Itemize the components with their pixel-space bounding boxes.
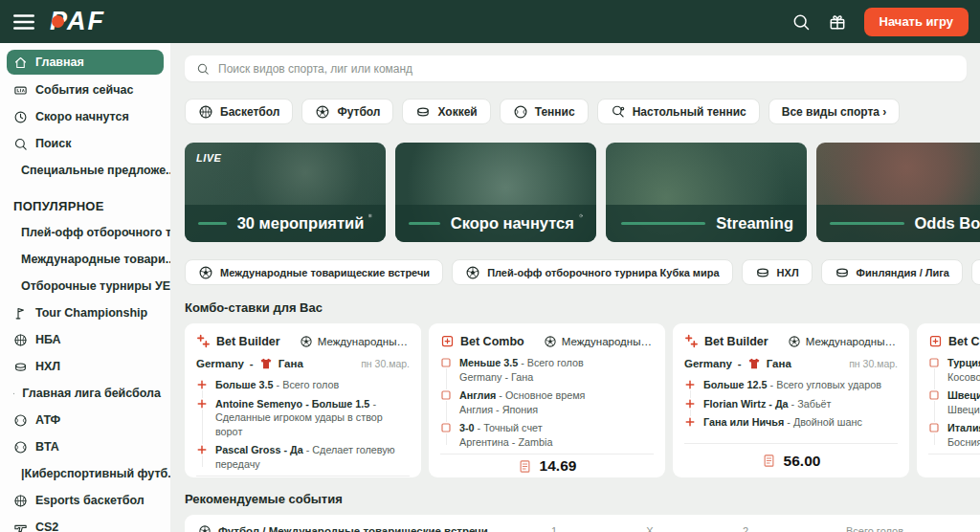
league-label: Международные товари...: [806, 336, 898, 347]
sidebar-item[interactable]: Международные товари...: [0, 246, 170, 273]
chip-label: Баскетбол: [220, 105, 279, 119]
bet-leg: Гана или Ничья - Двойной шанс: [684, 415, 898, 430]
tennis-icon: [13, 440, 28, 454]
sport-chip[interactable]: Настольный теннис: [597, 99, 760, 124]
combo-bet-card[interactable]: Bet BuilderМеждународные товари... Germa…: [185, 323, 421, 477]
chip-label: Настольный теннис: [633, 105, 746, 119]
hockey-icon: [415, 104, 431, 120]
football-icon: [198, 265, 213, 280]
combo-bet-card[interactable]: Bet BuilderМеждународные товари... Germa…: [673, 323, 909, 477]
league-chip-row: Международные товарищеские встречиПлей-о…: [185, 259, 980, 285]
sidebar-item[interactable]: АТФ: [0, 407, 170, 433]
sidebar-item[interactable]: Специальные предложе...: [0, 157, 170, 184]
match-date: пн 30.мар.: [361, 358, 410, 369]
sport-chip[interactable]: Баскетбол: [185, 99, 293, 124]
sidebar-item[interactable]: BTA: [0, 433, 170, 460]
sidebar-item[interactable]: |Киберспортивный футб...: [0, 460, 170, 487]
search-icon[interactable]: [791, 12, 811, 32]
sidebar-item[interactable]: НХЛ: [0, 353, 170, 380]
sidebar-item[interactable]: Главная лига бейсбола: [0, 380, 170, 407]
sidebar-item-label: Поиск: [35, 137, 72, 150]
gift-icon[interactable]: [828, 12, 847, 32]
bet-leg: 3-0 - Точный счетАргентина - Zambia: [440, 421, 654, 449]
leg-selection: 3-0: [459, 422, 475, 433]
sport-chip[interactable]: Хоккей: [402, 99, 490, 124]
event-group-label: Футбол / Международные товарищеские встр…: [218, 525, 488, 532]
sidebar-item-label: Отборочные турниры УЕ...: [21, 279, 170, 293]
accent-line: [830, 222, 904, 225]
bet-leg: Pascal Gross - Да - Сделает голевую пере…: [196, 443, 410, 471]
bet-combo-icon: [928, 334, 943, 348]
plus-marker-icon: [196, 379, 208, 390]
chip-label: НХЛ: [777, 267, 799, 278]
match-date: пн 30.мар.: [849, 358, 898, 369]
sidebar-item[interactable]: Отборочные турниры УЕ...: [0, 273, 170, 299]
sidebar-item[interactable]: Поиск: [0, 130, 170, 157]
card-footer[interactable]: 56.00: [684, 443, 898, 477]
promo-banner[interactable]: Streaming: [606, 143, 807, 242]
search-bar[interactable]: [185, 55, 967, 81]
sport-chip[interactable]: АТФ / Houston: [971, 259, 980, 285]
home-team: Germany: [684, 358, 732, 369]
sport-chip[interactable]: Все виды спорта ›: [768, 99, 901, 124]
sport-chip[interactable]: Финляндия / Лига: [821, 259, 963, 285]
paf-logo[interactable]: PAF: [50, 6, 105, 38]
combo-section-title: Комбо-ставки для Вас: [185, 300, 980, 315]
league-tag[interactable]: Международные товари...: [300, 335, 410, 348]
league-tag[interactable]: Международные товари...: [544, 335, 654, 348]
bet-leg: Италия - ОБосния и Г: [928, 421, 980, 449]
leg-selection: Турция: [947, 357, 980, 368]
sport-chip[interactable]: Плей-офф отборочного турнира Кубка мира: [452, 259, 732, 285]
promo-banner[interactable]: Скоро начнутся: [395, 143, 596, 242]
sidebar-item-label: Главная: [35, 55, 84, 69]
league-tag[interactable]: Международные товари...: [788, 335, 898, 348]
banner-caption: 30 мероприятий: [185, 205, 386, 242]
chip-label: Международные товарищеские встречи: [220, 267, 430, 278]
match-row: Germany-Гана пн 30.мар.: [684, 357, 898, 370]
sidebar-main-nav: ГлавнаяСобытия сейчасСкоро начнутсяПоиск…: [0, 50, 170, 184]
sport-chip[interactable]: Международные товарищеские встречи: [185, 259, 443, 285]
football-icon: [465, 265, 480, 280]
plus-marker-icon: [684, 379, 696, 390]
square-marker-icon: [928, 422, 940, 433]
card-footer[interactable]: [928, 454, 980, 477]
combo-bet-card[interactable]: Bet Combo Турция - ОКосово - Т Швеция - …: [917, 323, 980, 477]
shirt-icon: [259, 357, 273, 370]
away-team: Гана: [767, 358, 791, 369]
card-header: Bet BuilderМеждународные товари...: [196, 334, 410, 348]
baseball-icon: [13, 387, 14, 401]
card-footer[interactable]: 14.69: [440, 454, 654, 477]
sidebar-item[interactable]: События сейчас: [0, 77, 170, 103]
promo-banner[interactable]: LIVE 30 мероприятий: [185, 143, 386, 242]
receipt-icon: [518, 459, 532, 474]
square-marker-icon: [440, 422, 452, 433]
sidebar-item-label: События сейчас: [35, 83, 133, 97]
logo-orange-dot: [52, 15, 64, 28]
recommended-events-card: Футбол / Международные товарищеские встр…: [185, 515, 980, 532]
sport-chip[interactable]: НХЛ: [742, 259, 813, 285]
event-group[interactable]: Футбол / Международные товарищеские встр…: [198, 524, 506, 532]
leg-selection: Италия: [947, 422, 980, 433]
sport-chip[interactable]: Теннис: [500, 99, 589, 124]
tennis-icon: [513, 104, 528, 120]
leg-match: Косово - Т: [947, 370, 980, 385]
sidebar-item[interactable]: Скоро начнутся: [0, 103, 170, 130]
sidebar-item[interactable]: Tour Championship: [0, 299, 170, 326]
sidebar-item[interactable]: Esports баскетбол: [0, 487, 170, 514]
sidebar-item[interactable]: Главная: [7, 50, 164, 75]
clock-icon: [13, 110, 28, 124]
hamburger-menu-icon[interactable]: [11, 10, 36, 34]
hockey-icon: [755, 265, 770, 280]
sidebar-item[interactable]: Плей-офф отборочного т...: [0, 219, 170, 246]
card-footer[interactable]: 29.00: [196, 476, 410, 477]
sidebar-item[interactable]: CS2: [0, 514, 170, 532]
chip-label: Плей-офф отборочного турнира Кубка мира: [487, 267, 719, 278]
combo-bet-card[interactable]: Bet ComboМеждународные товари... Меньше …: [429, 323, 665, 477]
gun-icon: [13, 521, 28, 532]
sport-chip[interactable]: Футбол: [301, 99, 393, 124]
search-input[interactable]: [218, 62, 955, 76]
sidebar-item[interactable]: НБА: [0, 326, 170, 353]
promo-banner[interactable]: Odds Boost: [816, 143, 980, 242]
start-game-button[interactable]: Начать игру: [864, 8, 969, 36]
football-icon: [544, 335, 557, 348]
